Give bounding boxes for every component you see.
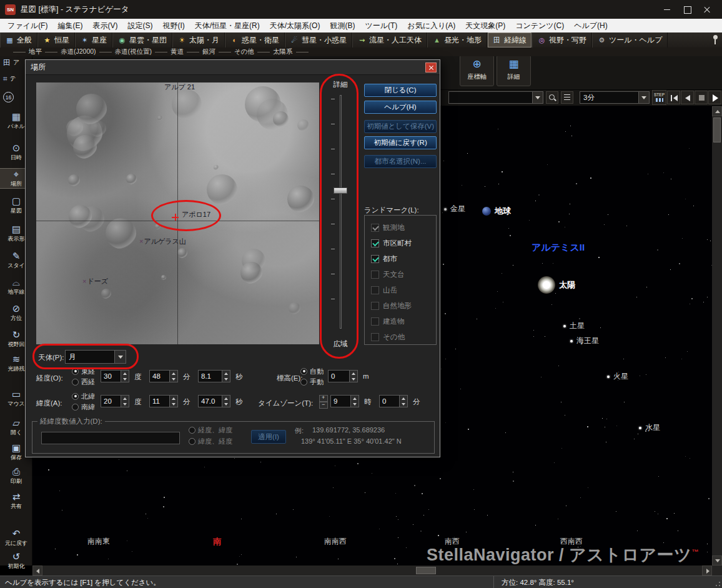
- toolbar-button-gear[interactable]: ⚙ツール・ヘルプ: [592, 32, 668, 47]
- sidebar-item-17[interactable]: ⎙印刷: [0, 466, 32, 486]
- landmark-checkbox-7[interactable]: 建造物: [371, 314, 436, 329]
- spinner[interactable]: [169, 396, 177, 407]
- longitude-sec-input[interactable]: 8.1: [198, 370, 230, 382]
- order-lon-lat-radio[interactable]: 経度、緯度: [189, 426, 232, 434]
- minus-button[interactable]: [319, 402, 328, 409]
- timezone-min-input[interactable]: 0: [379, 395, 408, 407]
- menu-item-11[interactable]: 天文現象(P): [460, 19, 510, 32]
- menu-item-1[interactable]: ファイル(F): [2, 19, 52, 32]
- landmark-checkbox-6[interactable]: 自然地形: [371, 298, 436, 314]
- search-button[interactable]: [546, 91, 558, 104]
- time-step-combobox[interactable]: 3分: [580, 91, 650, 104]
- combobox-dropdown-icon[interactable]: [532, 92, 543, 103]
- landmark-checkbox-5[interactable]: 山岳: [371, 282, 436, 298]
- spinner[interactable]: [121, 396, 129, 407]
- time-back-button[interactable]: [681, 91, 694, 104]
- celestial-object[interactable]: 海王星: [570, 336, 599, 346]
- time-stop-button[interactable]: [695, 91, 708, 104]
- elevation-input[interactable]: 0: [328, 370, 358, 382]
- elevation-manual-radio[interactable]: 手動: [300, 377, 324, 386]
- menu-item-2[interactable]: 編集(E): [52, 19, 87, 32]
- spinner[interactable]: [349, 371, 357, 382]
- body-select[interactable]: 月: [65, 350, 126, 364]
- spinner[interactable]: [399, 396, 407, 407]
- menu-item-4[interactable]: 設定(S): [122, 19, 157, 32]
- landmark-checkbox-2[interactable]: 市区町村: [371, 236, 436, 251]
- celestial-object[interactable]: 水星: [639, 422, 660, 433]
- pin-icon[interactable]: [712, 35, 718, 46]
- toolbar-button-nebula[interactable]: ◉星雲・星団: [112, 32, 172, 47]
- zoom-slider-handle[interactable]: [334, 187, 347, 194]
- menu-item-9[interactable]: ツール(T): [360, 19, 402, 32]
- sidebar-item-19[interactable]: ↶元に戻す: [0, 528, 32, 547]
- latitude-sec-input[interactable]: 47.0: [198, 395, 230, 407]
- celestial-object[interactable]: 太陽: [538, 276, 575, 294]
- menu-item-10[interactable]: お気に入り(A): [402, 19, 460, 32]
- horizontal-scrollbar[interactable]: [32, 566, 712, 576]
- menu-item-6[interactable]: 天体/恒星・星座(R): [190, 19, 265, 32]
- landmark-checkbox-8[interactable]: その他: [371, 329, 436, 345]
- reset-default-button[interactable]: 初期値に戻す(R): [364, 136, 437, 149]
- dialog-close-button[interactable]: [425, 62, 437, 72]
- spinner[interactable]: [169, 371, 177, 382]
- celestial-object[interactable]: 金星: [444, 204, 465, 214]
- vertical-scroll-thumb[interactable]: [713, 117, 721, 142]
- coordinate-axes-button[interactable]: ⊕ 座標軸: [460, 55, 494, 86]
- elevation-auto-radio[interactable]: 自動: [300, 367, 324, 376]
- close-dialog-button[interactable]: 閉じる(C): [364, 84, 437, 97]
- sidebar-item-18[interactable]: ⇄共有: [0, 491, 32, 511]
- spinner[interactable]: [350, 396, 359, 407]
- toolbar-button-meteor[interactable]: ⇝流星・人工天体: [352, 32, 427, 47]
- moon-surface-map[interactable]: アルプ 21アポロ17×アルゲラス山×ドーズ: [36, 82, 319, 344]
- scroll-right-button[interactable]: [702, 566, 712, 576]
- step-mode-button[interactable]: STEP: [652, 90, 666, 105]
- scroll-down-button[interactable]: [712, 556, 722, 566]
- toolbar-button-fov[interactable]: ◎視野・写野: [532, 32, 592, 47]
- coord-entry-input[interactable]: [41, 432, 180, 444]
- longitude-min-input[interactable]: 48: [149, 370, 178, 382]
- menu-item-7[interactable]: 天体/太陽系(O): [265, 19, 325, 32]
- landmark-checkbox-1[interactable]: 観測地: [371, 220, 436, 236]
- longitude-west-radio[interactable]: 西経: [72, 377, 95, 386]
- toolbar-button-planet[interactable]: ◐惑星・衛星: [225, 32, 285, 47]
- latitude-min-input[interactable]: 11: [149, 395, 178, 407]
- sub-toolbar-item[interactable]: 黄道: [171, 47, 184, 56]
- sub-toolbar-item[interactable]: 赤道(視位置): [115, 47, 152, 56]
- scroll-up-button[interactable]: [712, 106, 722, 116]
- longitude-east-radio[interactable]: 東経: [72, 367, 95, 376]
- toolbar-button-window[interactable]: ▦全般: [0, 32, 37, 47]
- sub-toolbar-item[interactable]: 銀河: [202, 47, 215, 56]
- latitude-south-radio[interactable]: 南緯: [72, 402, 95, 411]
- landmark-checkbox-3[interactable]: 都市: [371, 251, 436, 267]
- menu-item-13[interactable]: ヘルプ(H): [569, 19, 613, 32]
- landmark-checkbox-4[interactable]: 天文台: [371, 267, 436, 282]
- timezone-hour-input[interactable]: 9: [330, 395, 359, 407]
- zoom-slider-track[interactable]: [340, 95, 342, 329]
- body-dropdown-icon[interactable]: [114, 351, 126, 363]
- dialog-titlebar[interactable]: 場所: [26, 60, 440, 75]
- spinner[interactable]: [222, 371, 230, 382]
- close-window-button[interactable]: [697, 0, 717, 19]
- time-back-fast-button[interactable]: [667, 91, 680, 104]
- menu-item-5[interactable]: 視野(I): [157, 19, 189, 32]
- timezone-plusminus[interactable]: [319, 395, 328, 409]
- minimize-button[interactable]: [657, 0, 677, 19]
- time-step-dropdown-icon[interactable]: [638, 92, 649, 103]
- time-play-button[interactable]: [708, 91, 721, 104]
- toolbar-button-constellation[interactable]: ✶星座: [75, 32, 112, 47]
- object-list-button[interactable]: [561, 91, 573, 104]
- toolbar-button-terrain[interactable]: ▲昼光・地形: [427, 32, 487, 47]
- sidebar-item-20[interactable]: ↺初期化: [0, 551, 32, 571]
- scroll-left-button[interactable]: [32, 566, 42, 576]
- object-search-combobox[interactable]: [448, 91, 543, 104]
- order-lat-lon-radio[interactable]: 緯度、経度: [189, 437, 232, 446]
- spinner[interactable]: [222, 396, 230, 407]
- celestial-object[interactable]: 土星: [563, 321, 585, 331]
- apply-button[interactable]: 適用(I): [251, 430, 286, 444]
- sub-toolbar-item[interactable]: 地平: [29, 47, 42, 56]
- menu-item-3[interactable]: 表示(V): [87, 19, 122, 32]
- latitude-deg-input[interactable]: 20: [101, 395, 129, 407]
- help-button[interactable]: ヘルプ(H): [364, 101, 437, 114]
- sub-toolbar-item[interactable]: 赤道(J2000): [61, 47, 96, 56]
- toolbar-button-grid[interactable]: 田経緯線: [487, 32, 532, 47]
